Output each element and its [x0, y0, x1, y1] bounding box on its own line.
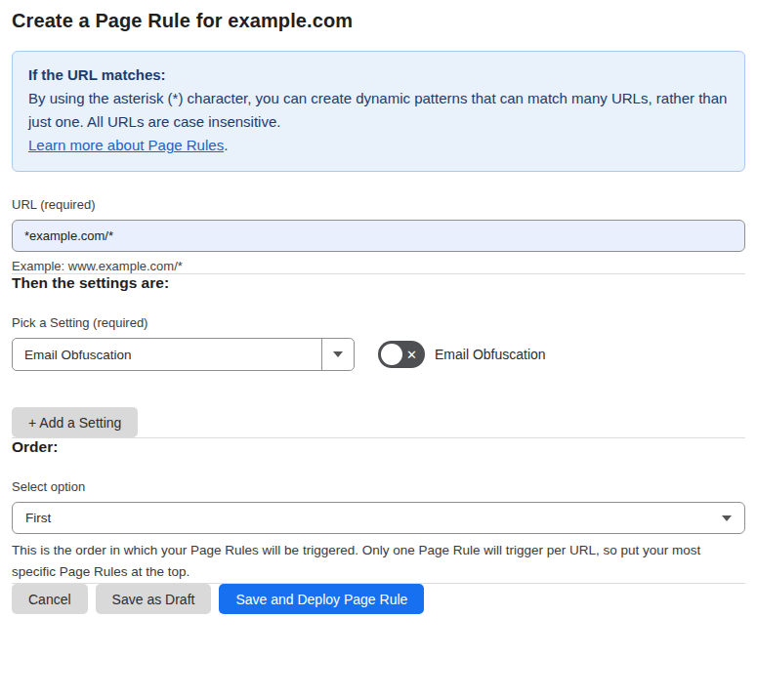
- save-and-deploy-button[interactable]: Save and Deploy Page Rule: [219, 584, 424, 614]
- info-box-link-line: Learn more about Page Rules.: [28, 134, 729, 157]
- chevron-down-icon: [722, 515, 732, 521]
- chevron-down-icon: [333, 351, 343, 357]
- info-box-body: By using the asterisk (*) character, you…: [28, 87, 729, 134]
- email-obfuscation-toggle-group: ✕ Email Obfuscation: [378, 341, 546, 368]
- email-obfuscation-toggle[interactable]: ✕: [378, 341, 425, 368]
- toggle-off-x-icon: ✕: [406, 341, 417, 368]
- url-field-label: URL (required): [12, 197, 745, 212]
- email-obfuscation-toggle-label: Email Obfuscation: [435, 347, 546, 362]
- pick-setting-select-value: Email Obfuscation: [13, 339, 321, 370]
- url-matches-info-box: If the URL matches: By using the asteris…: [12, 51, 745, 172]
- footer-actions: Cancel Save as Draft Save and Deploy Pag…: [12, 584, 745, 614]
- settings-section-heading: Then the settings are:: [12, 274, 745, 292]
- link-suffix-text: .: [224, 137, 228, 153]
- pick-setting-select[interactable]: Email Obfuscation: [12, 338, 355, 371]
- setting-row: Email Obfuscation ✕ Email Obfuscation: [12, 338, 745, 371]
- create-page-rule-form: Create a Page Rule for example.com If th…: [0, 0, 757, 630]
- save-as-draft-button[interactable]: Save as Draft: [96, 584, 212, 614]
- url-example-helper: Example: www.example.com/*: [12, 259, 745, 273]
- learn-more-link[interactable]: Learn more about Page Rules: [28, 137, 224, 153]
- order-select-label: Select option: [12, 479, 745, 494]
- order-select-value: First: [25, 511, 51, 525]
- order-helper-text: This is the order in which your Page Rul…: [12, 540, 745, 583]
- toggle-knob: [381, 344, 402, 365]
- cancel-button[interactable]: Cancel: [12, 584, 88, 614]
- pick-setting-select-arrow-button[interactable]: [321, 339, 354, 370]
- order-section-heading: Order:: [12, 438, 745, 456]
- pick-setting-label: Pick a Setting (required): [12, 315, 745, 330]
- page-title: Create a Page Rule for example.com: [12, 10, 745, 32]
- order-select[interactable]: First: [12, 502, 745, 534]
- url-input[interactable]: [12, 220, 745, 252]
- info-box-heading: If the URL matches:: [28, 63, 729, 87]
- add-setting-button[interactable]: + Add a Setting: [12, 407, 138, 437]
